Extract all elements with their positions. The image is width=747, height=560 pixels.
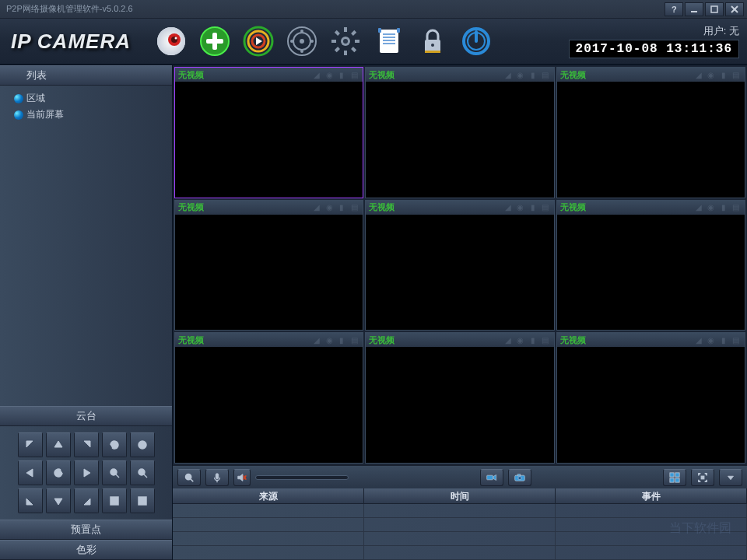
ptz-zoom-in[interactable] (102, 460, 127, 485)
svg-text:?: ? (672, 5, 677, 14)
event-table-body[interactable] (173, 504, 747, 560)
video-cell-2[interactable]: 无视频 ◢ ◉ ▮ ▤ (365, 67, 554, 198)
datetime-display: 2017-10-08 13:11:36 (569, 40, 739, 58)
record-icon: ▮ (718, 334, 729, 345)
lock-button[interactable] (416, 24, 450, 58)
svg-marker-56 (84, 469, 90, 477)
speaker-icon: ◉ (515, 334, 526, 345)
svg-marker-50 (84, 441, 90, 447)
minimize-button[interactable] (685, 2, 703, 16)
ptz-up-right[interactable] (74, 432, 99, 457)
tree-item-current-screen[interactable]: 当前屏幕 (8, 107, 164, 123)
snapshot-icon: ▤ (731, 69, 742, 80)
settings-button[interactable] (328, 24, 363, 58)
ptz-down-left[interactable] (18, 488, 43, 513)
list-section-header[interactable]: 列表 (0, 65, 172, 86)
ptz-down[interactable] (46, 488, 71, 513)
event-table-header: 来源 时间 事件 (173, 488, 747, 504)
globe-icon (14, 94, 23, 103)
tree-item-region[interactable]: 区域 (8, 90, 164, 107)
mic-button[interactable] (205, 469, 229, 486)
help-button[interactable]: ? (665, 2, 683, 16)
video-cell-label: 无视频 (369, 334, 502, 346)
speaker-icon: ◉ (515, 202, 526, 213)
device-tree: 区域 当前屏幕 (0, 86, 172, 406)
ptz-left[interactable] (18, 460, 43, 485)
video-cell-4[interactable]: 无视频 ◢ ◉ ▮ ▤ (174, 200, 363, 331)
video-cell-9[interactable]: 无视频 ◢ ◉ ▮ ▤ (556, 332, 745, 464)
video-cell-6[interactable]: 无视频 ◢ ◉ ▮ ▤ (556, 200, 745, 331)
mic-icon: ◢ (503, 202, 514, 213)
mic-icon: ◢ (503, 334, 514, 345)
ptz-up-left[interactable] (18, 432, 43, 457)
svg-point-82 (518, 476, 521, 479)
power-button[interactable] (459, 24, 493, 58)
mute-button[interactable] (233, 469, 251, 486)
video-cell-5[interactable]: 无视频 ◢ ◉ ▮ ▤ (365, 200, 554, 331)
svg-point-72 (186, 474, 191, 479)
video-cell-label: 无视频 (560, 69, 693, 81)
preset-section-header[interactable]: 预置点 (0, 520, 172, 540)
record-icon: ▮ (528, 334, 538, 345)
video-cell-header: 无视频 ◢ ◉ ▮ ▤ (557, 333, 745, 347)
app-title: P2P网络摄像机管理软件-v5.0.2.6 (3, 3, 665, 15)
table-row (173, 532, 747, 546)
ptz-iris-open[interactable] (130, 432, 155, 457)
svg-point-20 (300, 39, 304, 44)
svg-rect-88 (701, 476, 704, 479)
camera-button[interactable] (154, 24, 188, 58)
color-section-header[interactable]: 色彩 (0, 540, 172, 560)
user-label: 用户: (703, 25, 727, 37)
svg-rect-41 (397, 28, 400, 33)
svg-marker-54 (26, 469, 33, 477)
layout-grid-button[interactable] (663, 469, 686, 486)
search-button[interactable] (177, 469, 201, 486)
snapshot-icon: ▤ (349, 202, 359, 213)
svg-rect-30 (351, 30, 356, 36)
ptz-rotate-cw[interactable] (102, 432, 127, 457)
snapshot-button[interactable] (508, 469, 531, 486)
svg-rect-2 (711, 6, 717, 12)
volume-slider[interactable] (255, 475, 349, 480)
svg-rect-31 (335, 47, 340, 52)
fullscreen-button[interactable] (691, 469, 714, 486)
ptz-down-right[interactable] (74, 488, 99, 513)
video-cell-label: 无视频 (560, 201, 693, 213)
add-button[interactable] (198, 24, 232, 58)
video-cell-icons: ◢ ◉ ▮ ▤ (311, 202, 359, 213)
svg-rect-74 (216, 473, 219, 478)
ptz-up[interactable] (46, 432, 71, 457)
sidebar: 列表 区域 当前屏幕 云台 预置点 色彩 (0, 65, 173, 560)
header-right: 用户: 无 2017-10-08 13:11:36 (569, 24, 739, 58)
video-cell-icons: ◢ ◉ ▮ ▤ (311, 69, 359, 80)
video-controls (173, 465, 747, 488)
ptz-focus-near[interactable] (102, 488, 127, 513)
close-button[interactable] (725, 2, 744, 16)
video-cell-label: 无视频 (178, 201, 311, 213)
video-cell-8[interactable]: 无视频 ◢ ◉ ▮ ▤ (365, 332, 554, 464)
mic-icon: ◢ (693, 334, 704, 345)
svg-point-21 (300, 30, 303, 33)
main-layout: 列表 区域 当前屏幕 云台 预置点 色彩 (0, 65, 747, 560)
play-button[interactable] (241, 24, 275, 58)
ptz-section-header[interactable]: 云台 (0, 406, 172, 426)
ptz-focus-far[interactable] (130, 488, 155, 513)
maximize-button[interactable] (705, 2, 724, 16)
video-cell-3[interactable]: 无视频 ◢ ◉ ▮ ▤ (556, 67, 745, 198)
ptz-right[interactable] (74, 460, 99, 485)
svg-rect-26 (344, 27, 347, 32)
video-cell-1[interactable]: 无视频 ◢ ◉ ▮ ▤ (174, 67, 363, 198)
speaker-icon: ◉ (515, 69, 526, 80)
record-icon: ▮ (336, 69, 347, 80)
ptz-home[interactable] (46, 460, 71, 485)
record-toggle-button[interactable] (480, 469, 503, 486)
record-button[interactable] (285, 24, 319, 58)
video-cell-7[interactable]: 无视频 ◢ ◉ ▮ ▤ (174, 332, 363, 464)
ptz-zoom-out[interactable] (130, 460, 155, 485)
svg-line-58 (116, 474, 119, 478)
dropdown-button[interactable] (719, 469, 742, 486)
tree-label: 区域 (26, 92, 45, 105)
video-cell-header: 无视频 ◢ ◉ ▮ ▤ (175, 68, 363, 82)
video-cell-label: 无视频 (560, 334, 693, 346)
log-button[interactable] (372, 24, 406, 58)
